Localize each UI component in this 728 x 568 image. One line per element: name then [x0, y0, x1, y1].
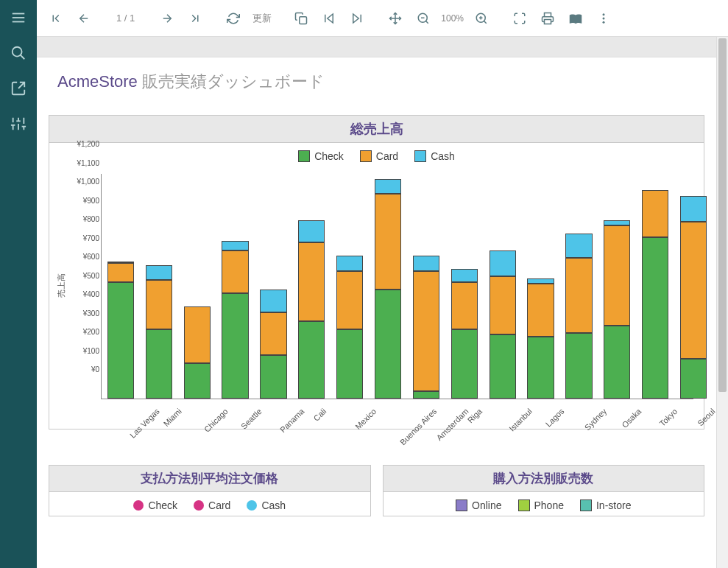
last-page-button[interactable] — [182, 5, 208, 32]
lower-charts-row: 支払方法別平均注文価格 CheckCardCash 購入方法別販売数 Onlin… — [49, 465, 704, 516]
lower-chart-right-title: 購入方法別販売数 — [384, 466, 704, 492]
bar-segment — [260, 312, 286, 356]
next-page-button[interactable] — [154, 5, 180, 32]
lower-chart-left-title: 支払方法別平均注文価格 — [49, 466, 370, 492]
report-subtitle: 販売実績ダッシュボード — [138, 72, 325, 91]
legend-swatch — [194, 500, 204, 511]
bar-segment — [490, 334, 516, 399]
y-tick: ¥300 — [64, 309, 99, 317]
y-tick: ¥200 — [64, 328, 99, 336]
x-label: Istanbul — [507, 407, 534, 433]
bar-segment — [184, 306, 211, 363]
step-back-button[interactable] — [316, 5, 342, 32]
legend-item: Phone — [518, 499, 564, 511]
bar-group — [413, 256, 439, 399]
bar-segment — [222, 293, 248, 399]
bar-segment — [336, 256, 363, 270]
zoom-level: 100% — [438, 13, 467, 24]
bar-segment — [680, 222, 707, 359]
vertical-scrollbar[interactable] — [716, 37, 728, 568]
fullscreen-button[interactable] — [506, 5, 533, 32]
bar-group — [680, 196, 707, 399]
zoom-out-button[interactable] — [410, 5, 437, 32]
bar-group — [146, 265, 172, 399]
bar-segment — [490, 250, 516, 277]
bar-segment — [298, 220, 325, 243]
book-button[interactable] — [562, 5, 589, 32]
x-label: Buenos Aires — [398, 407, 438, 446]
bar-group — [298, 220, 325, 399]
step-forward-button[interactable] — [344, 5, 370, 32]
legend-swatch — [133, 500, 144, 511]
bar-segment — [680, 359, 707, 399]
x-label: Osaka — [621, 407, 643, 429]
bar-group — [527, 278, 554, 399]
app-root: 1 / 1 更新 100% Ac — [0, 0, 728, 568]
bar-segment — [146, 265, 172, 280]
plot-area — [101, 174, 693, 399]
svg-marker-19 — [328, 14, 333, 23]
bar-group — [107, 262, 134, 399]
legend-item: Check — [133, 499, 177, 511]
reload-button[interactable] — [220, 5, 247, 32]
legend-label: Phone — [534, 499, 564, 511]
svg-point-3 — [13, 47, 22, 57]
y-axis: 売上高 ¥0¥100¥200¥300¥400¥500¥600¥700¥800¥9… — [57, 171, 99, 399]
settings-icon[interactable] — [8, 113, 29, 134]
x-label: Lagos — [543, 407, 565, 429]
legend-swatch — [580, 499, 592, 511]
bar-segment — [604, 220, 630, 226]
svg-line-26 — [426, 21, 428, 23]
x-label: Amsterdam — [434, 407, 470, 442]
x-label: Sydney — [583, 407, 608, 432]
bar-group — [565, 234, 592, 399]
svg-line-29 — [484, 21, 486, 23]
svg-point-34 — [603, 17, 605, 19]
x-label: Riga — [465, 407, 483, 424]
main-chart-legend: CheckCardCash — [49, 143, 704, 166]
prev-page-button[interactable] — [71, 5, 97, 32]
print-button[interactable] — [534, 5, 561, 32]
legend-swatch — [414, 150, 426, 162]
bar-group — [642, 190, 668, 399]
lower-chart-right-legend: OnlinePhoneIn-store — [384, 492, 704, 516]
y-tick: ¥700 — [64, 234, 99, 242]
bar-segment — [413, 271, 439, 391]
pan-button[interactable] — [382, 5, 409, 32]
scrollbar-thumb[interactable] — [718, 38, 727, 392]
bar-segment — [298, 242, 325, 321]
bar-group — [336, 256, 363, 399]
copy-button[interactable] — [288, 5, 314, 32]
search-icon[interactable] — [8, 43, 29, 63]
y-tick: ¥500 — [64, 271, 99, 279]
y-tick: ¥1,200 — [64, 140, 99, 148]
sidebar — [0, 0, 37, 568]
main-area: 1 / 1 更新 100% Ac — [37, 0, 728, 568]
bar-segment — [375, 179, 401, 194]
bar-segment — [604, 225, 630, 325]
export-icon[interactable] — [8, 78, 29, 99]
legend-item: Card — [360, 150, 398, 162]
legend-item: Cash — [414, 150, 455, 162]
lower-chart-left-legend: CheckCardCash — [49, 492, 370, 516]
x-label: Mexico — [353, 407, 378, 431]
x-label: Miami — [161, 407, 183, 428]
main-chart-title: 総売上高 — [49, 116, 704, 143]
y-tick: ¥100 — [64, 346, 99, 354]
menu-icon[interactable] — [8, 7, 29, 28]
first-page-button[interactable] — [43, 5, 69, 32]
x-label: Chicago — [202, 407, 230, 434]
legend-item: Cash — [247, 499, 286, 511]
bar-segment — [298, 321, 325, 399]
x-label: Cali — [312, 407, 328, 423]
main-chart: 総売上高 CheckCardCash 売上高 ¥0¥100¥200¥300¥40… — [49, 115, 704, 429]
legend-swatch — [360, 150, 372, 162]
bar-segment — [222, 241, 248, 250]
bar-group — [451, 269, 478, 399]
zoom-in-button[interactable] — [468, 5, 495, 32]
bar-segment — [336, 329, 363, 399]
more-button[interactable] — [590, 5, 617, 32]
bar-segment — [146, 280, 172, 329]
legend-label: Cash — [431, 150, 455, 162]
legend-label: Online — [472, 499, 501, 511]
